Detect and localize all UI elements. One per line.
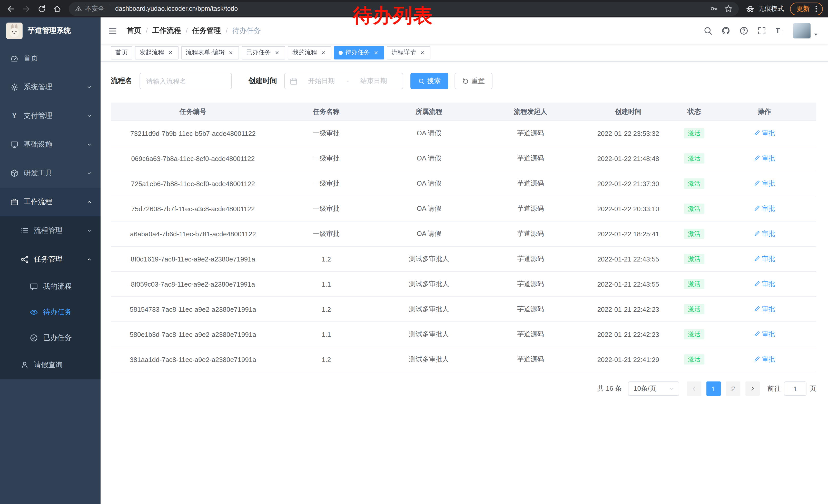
- breadcrumb-item[interactable]: 工作流程: [152, 26, 181, 35]
- approve-link[interactable]: 审批: [754, 330, 775, 339]
- close-icon[interactable]: ×: [372, 49, 380, 56]
- chevron-up-icon: [86, 256, 92, 263]
- breadcrumb-item[interactable]: 首页: [127, 26, 141, 35]
- approve-link[interactable]: 审批: [754, 305, 775, 314]
- sidebar-item-done-task[interactable]: 已办任务: [0, 325, 100, 351]
- back-icon[interactable]: [4, 2, 17, 15]
- sidebar-toggle-icon[interactable]: [108, 26, 118, 36]
- page-button-2[interactable]: 2: [726, 381, 740, 396]
- search-icon[interactable]: [703, 26, 713, 35]
- tab-process-detail[interactable]: 流程详情×: [387, 46, 430, 59]
- sidebar-item-leave-query[interactable]: 请假查询: [0, 351, 100, 379]
- sidebar-item-system[interactable]: 系统管理: [0, 73, 100, 101]
- caret-down-icon: [813, 31, 819, 37]
- fullscreen-icon[interactable]: [757, 26, 767, 35]
- github-icon[interactable]: [721, 26, 731, 35]
- browser-menu-icon[interactable]: [812, 5, 820, 13]
- process-starter: 芋道源码: [481, 254, 581, 264]
- page-button-1[interactable]: 1: [706, 381, 721, 396]
- approve-link[interactable]: 审批: [754, 154, 775, 163]
- not-secure-warning-icon: [75, 5, 82, 12]
- create-time: 2022-01-22 18:25:41: [580, 230, 676, 238]
- chevron-left-icon: [691, 385, 697, 392]
- tab-my-process[interactable]: 我的流程×: [288, 46, 331, 59]
- tab-done-task[interactable]: 已办任务×: [242, 46, 285, 59]
- next-page-button[interactable]: [745, 381, 760, 396]
- sidebar-item-label: 研发工具: [24, 169, 52, 178]
- approve-link[interactable]: 审批: [754, 179, 775, 188]
- sidebar-item-todo-task[interactable]: 待办任务: [0, 300, 100, 325]
- goto-page-input[interactable]: [784, 381, 806, 396]
- prev-page-button[interactable]: [687, 381, 701, 396]
- task-id: a6aba0a4-7b6d-11ec-b781-acde48001122: [111, 230, 275, 238]
- sidebar-item-infrastructure[interactable]: 基础设施: [0, 130, 100, 159]
- sidebar: 芋道管理系统 首页系统管理¥支付管理基础设施研发工具工作流程流程管理任务管理我的…: [0, 17, 100, 504]
- sidebar-item-process-management[interactable]: 流程管理: [0, 216, 100, 245]
- table-row: 73211d9d-7b9b-11ec-b5b7-acde48001122一级审批…: [111, 121, 816, 146]
- close-icon[interactable]: ×: [274, 49, 281, 56]
- approve-link-label: 审批: [762, 229, 775, 238]
- table-row: 580e1b3d-7ac8-11ec-a9e2-a2380e71991a1.1测…: [111, 322, 816, 347]
- tab-form-edit[interactable]: 流程表单-编辑×: [181, 46, 239, 59]
- sidebar-item-task-management[interactable]: 任务管理: [0, 245, 100, 274]
- help-icon[interactable]: [739, 26, 748, 35]
- page-unit-label: 页: [810, 384, 816, 393]
- table-row: 75d72608-7b7f-11ec-a3c8-acde48001122一级审批…: [111, 196, 816, 222]
- sidebar-item-home[interactable]: 首页: [0, 44, 100, 73]
- tab-todo-task[interactable]: 待办任务×: [334, 46, 384, 59]
- approve-link[interactable]: 审批: [754, 129, 775, 138]
- password-key-icon[interactable]: [710, 5, 718, 13]
- approve-link[interactable]: 审批: [754, 229, 775, 238]
- sidebar-item-payment[interactable]: ¥支付管理: [0, 101, 100, 130]
- avatar[interactable]: [793, 23, 811, 39]
- chevron-right-icon: [749, 385, 756, 392]
- sidebar-item-label: 首页: [24, 54, 38, 63]
- date-range-separator: -: [345, 77, 350, 85]
- sidebar-item-workflow[interactable]: 工作流程: [0, 188, 100, 216]
- page-size-select[interactable]: 10条/页: [628, 381, 679, 396]
- app-title: 芋道管理系统: [28, 26, 71, 35]
- pager-list: 12: [704, 381, 743, 396]
- user-menu[interactable]: [793, 23, 819, 39]
- tab-home[interactable]: 首页: [111, 46, 132, 59]
- browser-home-icon[interactable]: [50, 2, 64, 15]
- action-cell: 审批: [713, 154, 816, 163]
- close-icon[interactable]: ×: [167, 49, 174, 56]
- close-icon[interactable]: ×: [320, 49, 327, 56]
- devtool-icon: [10, 169, 18, 177]
- approve-link-label: 审批: [762, 305, 775, 314]
- approve-link[interactable]: 审批: [754, 254, 775, 264]
- sidebar-item-devtools[interactable]: 研发工具: [0, 159, 100, 188]
- incognito-label: 无痕模式: [758, 4, 784, 13]
- app-logo-row[interactable]: 芋道管理系统: [0, 17, 100, 44]
- close-icon[interactable]: ×: [227, 49, 235, 56]
- column-header: 状态: [676, 107, 713, 116]
- bookmark-star-icon[interactable]: [724, 5, 733, 13]
- app-navbar: 首页/工作流程/任务管理/待办任务 TT: [100, 17, 828, 44]
- breadcrumb-item[interactable]: 任务管理: [192, 26, 221, 35]
- action-cell: 审批: [713, 254, 816, 264]
- reset-button[interactable]: 重置: [455, 73, 493, 89]
- approve-link[interactable]: 审批: [754, 355, 775, 364]
- process-name-input[interactable]: [139, 73, 232, 89]
- task-id: 580e1b3d-7ac8-11ec-a9e2-a2380e71991a: [111, 330, 275, 338]
- search-button[interactable]: 搜索: [410, 73, 448, 89]
- calendar-icon: [290, 77, 297, 85]
- approve-link[interactable]: 审批: [754, 279, 775, 289]
- edit-icon: [754, 130, 760, 137]
- date-range-picker[interactable]: 开始日期 - 结束日期: [284, 73, 403, 89]
- task-manage-icon: [20, 255, 29, 264]
- start-date-placeholder: 开始日期: [297, 77, 345, 86]
- task-name: 1.2: [275, 356, 378, 363]
- sidebar-item-my-process[interactable]: 我的流程: [0, 274, 100, 300]
- task-name: 一级审批: [275, 204, 378, 213]
- approve-link[interactable]: 审批: [754, 204, 775, 213]
- edit-icon: [754, 281, 760, 287]
- close-icon[interactable]: ×: [419, 49, 426, 56]
- font-size-icon[interactable]: TT: [775, 26, 784, 35]
- update-button[interactable]: 更新: [790, 2, 823, 15]
- refresh-icon[interactable]: [35, 2, 48, 15]
- active-dot-icon: [339, 50, 343, 55]
- tab-start-process[interactable]: 发起流程×: [135, 46, 178, 59]
- forward-icon[interactable]: [19, 2, 33, 15]
